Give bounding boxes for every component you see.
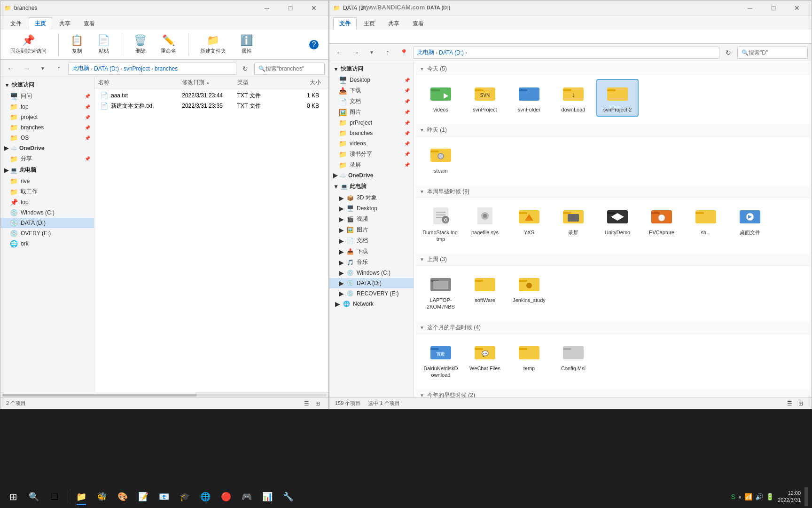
taskbar-icon-10[interactable]: 🔧 [279, 487, 297, 506]
left-hscroll[interactable] [0, 392, 328, 397]
col-header-date[interactable]: 修改日期 ▲ [182, 79, 238, 87]
sidebar-item-reading-right[interactable]: 📁 读书分享 📌 [329, 149, 414, 159]
sidebar-item-d-left[interactable]: 💿 DATA (D:) [0, 218, 94, 228]
list-item[interactable]: 💬 WeChat Files [464, 338, 506, 382]
taskbar-icon-6[interactable]: 🌐 [196, 487, 215, 506]
address-path-right[interactable]: 此电脑 › DATA (D:) › [413, 47, 719, 59]
section-header-this-week[interactable]: ▼ 本周早些时候 (8) [416, 186, 810, 198]
quick-access-header-right[interactable]: ▼ 快速访问 [329, 63, 414, 75]
search-input-right[interactable] [749, 49, 796, 56]
forward-button-right[interactable]: → [349, 46, 362, 59]
paste-button[interactable]: 📄 粘贴 [93, 32, 114, 57]
list-item[interactable]: sh... [685, 202, 727, 246]
sidebar-item-desktop-left[interactable]: 🖥️ 问问 📌 [0, 91, 94, 102]
list-item[interactable]: pagefile.sys [464, 202, 506, 246]
location-button-right[interactable]: 📍 [397, 46, 410, 59]
search-input-left[interactable] [265, 65, 317, 72]
taskbar-icon-1[interactable]: 🐝 [93, 487, 111, 506]
list-view-button[interactable]: ☰ [301, 398, 312, 409]
back-button-left[interactable]: ← [4, 62, 17, 75]
taskbar-icon-3[interactable]: 📝 [134, 487, 153, 506]
sidebar-item-e-right[interactable]: ▶ 💿 RECOVERY (E:) [329, 288, 414, 299]
sidebar-item-docs-right[interactable]: 📄 文档 📌 [329, 96, 414, 107]
taskbar-explorer[interactable]: 📁 [72, 487, 91, 506]
sidebar-item-e-left[interactable]: 💿 OVERY (E:) [0, 228, 94, 238]
section-header-this-year[interactable]: ▼ 今年的早些时候 (2) [416, 389, 810, 397]
tray-expand-icon[interactable]: ∧ [738, 494, 742, 500]
thispc-header-left[interactable]: ▶ 💻 此电脑 [0, 164, 94, 176]
thispc-header-right[interactable]: ▼ 💻 此电脑 [329, 181, 414, 192]
sidebar-item-d-right[interactable]: ▶ 💿 DATA (D:) [329, 278, 414, 288]
sidebar-item-project-left[interactable]: 📁 project 📌 [0, 112, 94, 122]
taskbar-search[interactable]: 🔍 [24, 487, 43, 506]
section-header-today[interactable]: ▼ 今天 (5) [416, 63, 810, 75]
taskbar-icon-5[interactable]: 🎓 [175, 487, 194, 506]
sidebar-item-os-left[interactable]: 📁 OS 📌 [0, 133, 94, 143]
list-item[interactable]: SVN svnProject [464, 79, 506, 117]
path-computer-left[interactable]: 此电脑 [72, 64, 89, 72]
sidebar-item-download-right[interactable]: 📥 下载 📌 [329, 85, 414, 96]
back-button-right[interactable]: ← [333, 46, 346, 59]
sidebar-item-music-right[interactable]: ▶ 🎵 音乐 [329, 257, 414, 268]
tab-home-right[interactable]: 主页 [358, 17, 381, 30]
close-button-right[interactable]: ✕ [786, 0, 808, 16]
sidebar-item-dl2-right[interactable]: ▶ 📥 下载 [329, 246, 414, 257]
start-button[interactable]: ⊞ [4, 487, 23, 506]
sidebar-item-videos-right[interactable]: 📁 videos 📌 [329, 138, 414, 149]
grid-view-button[interactable]: ⊞ [312, 398, 323, 409]
taskbar-icon-8[interactable]: 🎮 [237, 487, 256, 506]
list-item[interactable]: ⚙ DumpStack.log.tmp [420, 202, 462, 246]
help-button[interactable]: ? [305, 38, 323, 52]
list-item[interactable]: LAPTOP-2KOM7NBS [420, 270, 462, 314]
tab-share-right[interactable]: 共享 [382, 17, 406, 30]
show-desktop-button[interactable] [804, 487, 808, 506]
list-item[interactable]: svnProject 2 [596, 79, 639, 117]
path-svnproject-left[interactable]: svnProject [124, 65, 150, 72]
search-box-right[interactable]: 🔍 [737, 47, 808, 59]
sidebar-item-top2[interactable]: 📌 top [0, 197, 94, 207]
list-item[interactable]: 百度 BaiduNetdiskDownload [420, 338, 462, 382]
tab-file-left[interactable]: 文件 [4, 17, 28, 30]
table-row[interactable]: 📄 aaa.txt 2022/3/31 23:44 TXT 文件 1 KB [96, 90, 327, 101]
sidebar-item-prproject-right[interactable]: 📁 prProject 📌 [329, 118, 414, 128]
up-button-left[interactable]: ↑ [52, 62, 65, 75]
up-button-right[interactable]: ↑ [381, 46, 394, 59]
left-hscroll-thumb[interactable] [2, 394, 197, 397]
onedrive-header-left[interactable]: ▶ ☁️ OneDrive [0, 143, 94, 153]
col-header-type[interactable]: 类型 [237, 79, 293, 87]
copy-button[interactable]: 📋 复制 [66, 32, 87, 57]
onedrive-header-right[interactable]: ▶ ☁️ OneDrive [329, 170, 414, 181]
section-header-yesterday[interactable]: ▼ 昨天 (1) [416, 124, 810, 136]
address-path-left[interactable]: 此电脑 › DATA (D:) › svnProject › branches [68, 63, 236, 75]
taskbar-icon-7[interactable]: 🔴 [217, 487, 235, 506]
list-item[interactable]: Jenkins_study [508, 270, 550, 314]
sidebar-item-gongzuo[interactable]: 📁 取工作 [0, 186, 94, 197]
section-header-this-month[interactable]: ▼ 这个月的早些时候 (4) [416, 322, 810, 334]
tab-view-left[interactable]: 查看 [78, 17, 101, 30]
refresh-button-right[interactable]: ↻ [722, 47, 734, 59]
sidebar-item-network-right[interactable]: ▶ 🌐 Network [329, 299, 414, 309]
dropdown-button-right[interactable]: ▼ [365, 46, 378, 59]
list-item[interactable]: svnFolder [508, 79, 550, 117]
refresh-button-left[interactable]: ↻ [239, 63, 251, 75]
properties-button[interactable]: ℹ️ 属性 [236, 32, 257, 57]
sidebar-item-3d-right[interactable]: ▶ 📦 3D 对象 [329, 192, 414, 203]
list-item[interactable]: Config.Msi [552, 338, 594, 382]
col-header-name[interactable]: 名称 [98, 79, 182, 87]
tab-home-left[interactable]: 主页 [29, 17, 52, 30]
taskbar-icon-4[interactable]: 📧 [155, 487, 173, 506]
rename-button[interactable]: ✏️ 重命名 [156, 32, 180, 57]
dropdown-button-left[interactable]: ▼ [36, 62, 49, 75]
close-button[interactable]: ✕ [303, 0, 325, 16]
sidebar-item-top-left[interactable]: 📁 top 📌 [0, 102, 94, 112]
sidebar-item-desktop-right[interactable]: 🖥️ Desktop 📌 [329, 75, 414, 85]
taskbar-icon-2[interactable]: 🎨 [113, 487, 132, 506]
sidebar-item-branches-right[interactable]: 📁 branches 📌 [329, 128, 414, 138]
list-item[interactable]: YXS [508, 202, 550, 246]
sidebar-item-c-left[interactable]: 💿 Windows (C:) [0, 207, 94, 218]
taskbar-clock[interactable]: 12:00 2022/3/31 [778, 490, 801, 504]
col-header-size[interactable]: 大小 [293, 79, 325, 87]
path-data-left[interactable]: DATA (D:) [94, 65, 119, 72]
list-item[interactable]: 桌面文件 [729, 202, 771, 246]
maximize-button[interactable]: □ [280, 0, 301, 16]
